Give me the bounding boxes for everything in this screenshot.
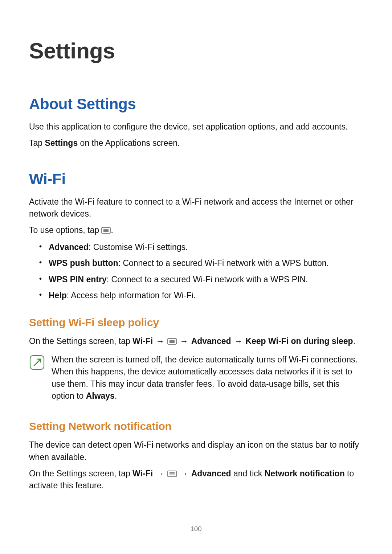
arrow: → — [153, 336, 167, 346]
text-fragment: To use options, tap — [29, 225, 101, 235]
arrow: → — [153, 469, 167, 478]
arrow: → — [177, 336, 191, 346]
bold-network-notification: Network notification — [265, 469, 345, 478]
list-item: WPS push button: Connect to a secured Wi… — [41, 257, 363, 270]
chapter-title: Settings — [29, 38, 363, 63]
wifi-options-list: Advanced: Customise Wi-Fi settings. WPS … — [29, 241, 363, 302]
text-fragment: On the Settings screen, tap — [29, 469, 132, 478]
about-settings-heading: About Settings — [29, 95, 363, 113]
note-icon — [29, 354, 45, 370]
option-text: : Customise Wi-Fi settings. — [89, 242, 188, 252]
about-settings-p1: Use this application to configure the de… — [29, 121, 363, 133]
wifi-sleep-heading: Setting Wi-Fi sleep policy — [29, 316, 363, 329]
text-fragment: and tick — [231, 469, 265, 478]
option-label: WPS push button — [49, 258, 118, 268]
bold-keep-wifi: Keep Wi-Fi on during sleep — [245, 336, 353, 346]
note-text: When the screen is turned off, the devic… — [52, 354, 363, 402]
option-text: : Connect to a secured Wi-Fi network wit… — [107, 275, 308, 284]
network-notification-p2: On the Settings screen, tap Wi-Fi → → Ad… — [29, 468, 363, 492]
option-label: WPS PIN entry — [49, 275, 107, 284]
arrow: → — [231, 336, 246, 346]
option-label: Help — [49, 291, 67, 300]
bold-settings: Settings — [45, 138, 78, 148]
option-label: Advanced — [49, 242, 89, 252]
bold-always: Always — [86, 391, 115, 401]
option-text: : Access help information for Wi-Fi. — [67, 291, 196, 300]
list-item: Advanced: Customise Wi-Fi settings. — [41, 241, 363, 254]
menu-icon — [101, 225, 111, 231]
arrow: → — [177, 469, 191, 478]
about-settings-p2: Tap Settings on the Applications screen. — [29, 137, 363, 149]
text-fragment: Tap — [29, 138, 45, 148]
list-item: WPS PIN entry: Connect to a secured Wi-F… — [41, 273, 363, 286]
wifi-intro: Activate the Wi-Fi feature to connect to… — [29, 196, 363, 220]
menu-icon — [167, 468, 177, 475]
text-fragment: On the Settings screen, tap — [29, 336, 132, 346]
network-notification-p1: The device can detect open Wi-Fi network… — [29, 439, 363, 463]
option-text: : Connect to a secured Wi-Fi network wit… — [118, 258, 329, 268]
wifi-options-line: To use options, tap . — [29, 224, 363, 236]
note-block: When the screen is turned off, the devic… — [29, 354, 363, 402]
list-item: Help: Access help information for Wi-Fi. — [41, 289, 363, 302]
menu-icon — [167, 336, 177, 342]
page-content: Settings About Settings Use this applica… — [0, 0, 392, 518]
bold-advanced: Advanced — [191, 469, 231, 478]
network-notification-heading: Setting Network notification — [29, 420, 363, 432]
bold-wifi: Wi-Fi — [132, 469, 153, 478]
wifi-sleep-path: On the Settings screen, tap Wi-Fi → → Ad… — [29, 335, 363, 347]
wifi-heading: Wi-Fi — [29, 171, 363, 188]
text-fragment: . — [111, 225, 113, 235]
text-fragment: . — [353, 336, 355, 346]
text-fragment: on the Applications screen. — [78, 138, 180, 148]
page-number: 100 — [0, 525, 392, 533]
text-fragment: . — [115, 391, 117, 401]
bold-advanced: Advanced — [191, 336, 231, 346]
bold-wifi: Wi-Fi — [132, 336, 153, 346]
